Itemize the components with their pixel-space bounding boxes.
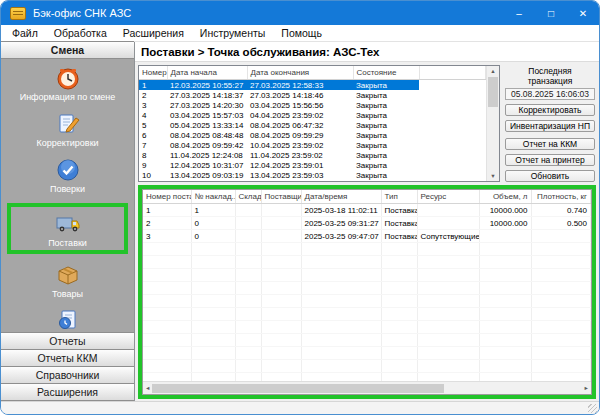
empty-row[interactable] [143, 282, 591, 295]
supply-row[interactable]: 202025-03-25 09:31:27Поставка10000.0000.… [143, 217, 591, 230]
shifts-table: Номер Дата начала Дата окончания Состоян… [138, 65, 500, 182]
minimize-button[interactable]: – [503, 1, 535, 25]
resize-grip[interactable] [588, 404, 597, 413]
sidebar-item-shift-info[interactable]: Информация по смене [1, 64, 134, 102]
scroll-thumb[interactable] [488, 77, 498, 107]
column-header[interactable]: Номер поста... [143, 190, 191, 204]
sidebar: Смена Информация по смене Корректировки [1, 42, 135, 401]
check-circle-icon [54, 156, 81, 183]
menu-tools[interactable]: Инструменты [192, 25, 273, 41]
column-header[interactable]: Объем, л [479, 190, 531, 204]
inventory-np-button[interactable]: Инвентаризация НП [505, 120, 595, 132]
supply-row[interactable]: 112025-03-18 11:02:11Поставка10000.0000.… [143, 204, 591, 217]
page-title: Поставки > Точка обслуживания: АЗС-Тех [135, 42, 599, 62]
highlight-box-supplies-item: Поставки [7, 203, 128, 254]
empty-row[interactable] [143, 269, 591, 282]
notepad-pencil-icon [54, 110, 81, 137]
empty-row[interactable] [143, 295, 591, 308]
title-bar[interactable]: Бэк-офис СНК АЗС – □ ✕ [1, 1, 599, 25]
empty-row[interactable] [143, 373, 591, 382]
sidebar-item-events[interactable]: События [1, 307, 134, 333]
menu-bar: Файл Обработка Расширения Инструменты По… [1, 25, 599, 42]
close-button[interactable]: ✕ [567, 1, 599, 25]
shifts-header-row: Номер Дата начала Дата окончания Состоян… [139, 66, 486, 80]
clock-icon [54, 64, 81, 91]
empty-row[interactable] [143, 243, 591, 256]
horizontal-scrollbar[interactable]: ◄ ► [143, 381, 591, 394]
column-header[interactable]: Склад [235, 190, 261, 204]
app-icon [10, 7, 26, 20]
empty-row[interactable] [143, 360, 591, 373]
shift-row[interactable]: 403.04.2025 15:57:0304.04.2025 23:59:02З… [139, 110, 486, 120]
menu-extensions[interactable]: Расширения [115, 25, 192, 41]
sidebar-item-label: Товары [52, 289, 83, 299]
document-clock-icon [54, 307, 81, 333]
scroll-up-icon[interactable]: ▲ [490, 66, 495, 76]
menu-file[interactable]: Файл [4, 25, 46, 41]
shift-row[interactable]: 912.04.2025 10:31:0712.04.2025 23:59:01З… [139, 160, 486, 170]
correct-button[interactable]: Корректировать [505, 104, 595, 116]
column-header [419, 66, 486, 80]
sidebar-item-corrections[interactable]: Корректировки [1, 110, 134, 148]
scroll-right-icon[interactable]: ► [584, 383, 589, 393]
highlight-box-supplies-table: Номер поста... № наклад... Склад Поставщ… [138, 185, 596, 399]
maximize-button[interactable]: □ [535, 1, 567, 25]
truck-icon [54, 210, 81, 237]
column-header[interactable]: № наклад... [191, 190, 235, 204]
empty-row[interactable] [143, 334, 591, 347]
action-panel: Последняя транзакция 05.08.2025 16:06:03… [504, 65, 596, 182]
sidebar-item-label: Информация по смене [20, 92, 116, 102]
supply-row[interactable]: 302025-03-25 09:47:07ПоставкаСопутствующ… [143, 230, 591, 243]
window-status-bar [1, 401, 599, 414]
sidebar-section-directories[interactable]: Справочники [1, 366, 134, 384]
vertical-scrollbar[interactable]: ▲ ▼ [486, 66, 499, 181]
empty-row[interactable] [143, 308, 591, 321]
sidebar-item-supplies[interactable]: Поставки [11, 210, 124, 248]
box-icon [54, 261, 81, 288]
empty-row[interactable] [143, 321, 591, 334]
menu-help[interactable]: Помощь [273, 25, 330, 41]
sidebar-item-label: Корректировки [36, 138, 98, 148]
shift-row[interactable]: 327.03.2025 14:20:3003.04.2025 15:56:56З… [139, 100, 486, 110]
empty-row[interactable] [143, 256, 591, 269]
column-header[interactable]: Ресурс [417, 190, 479, 204]
scroll-down-icon[interactable]: ▼ [490, 171, 495, 181]
column-header[interactable]: Плотность, кг [531, 190, 591, 204]
supplies-table: Номер поста... № наклад... Склад Поставщ… [142, 189, 592, 395]
sidebar-item-goods[interactable]: Товары [1, 261, 134, 299]
column-header[interactable]: Дата/время [301, 190, 381, 204]
refresh-button[interactable]: Обновить [505, 170, 595, 182]
window-title: Бэк-офис СНК АЗС [33, 7, 131, 19]
sidebar-item-label: Поставки [48, 238, 87, 248]
kkm-report-button[interactable]: Отчет на ККМ [505, 138, 595, 150]
column-header[interactable]: Дата окончания [247, 66, 353, 80]
scroll-left-icon[interactable]: ◄ [145, 383, 150, 393]
app-window: Бэк-офис СНК АЗС – □ ✕ Файл Обработка Ра… [0, 0, 600, 415]
shift-row[interactable]: 708.04.2025 09:59:4210.04.2025 23:59:02З… [139, 140, 486, 150]
shift-row[interactable]: 112.03.2025 10:55:2727.03.2025 12:58:33З… [139, 80, 486, 91]
menu-processing[interactable]: Обработка [46, 25, 115, 41]
sidebar-header-shift[interactable]: Смена [1, 41, 134, 59]
sidebar-section-extensions[interactable]: Расширения [1, 383, 134, 401]
sidebar-items: Информация по смене Корректировки Поверк… [1, 59, 134, 333]
shift-row[interactable]: 608.04.2025 08:48:4808.04.2025 09:59:29З… [139, 130, 486, 140]
sidebar-item-label: Поверки [50, 184, 85, 194]
column-header[interactable]: Дата начала [167, 66, 247, 80]
shift-row[interactable]: 1013.04.2025 09:03:1913.04.2025 23:59:03… [139, 170, 486, 180]
last-transaction-value: 05.08.2025 16:06:03 [505, 88, 595, 100]
empty-row[interactable] [143, 347, 591, 360]
column-header[interactable]: Поставщик [261, 190, 301, 204]
shift-row[interactable]: 811.04.2025 12:24:0811.04.2025 23:59:02З… [139, 150, 486, 160]
sidebar-section-kkm-reports[interactable]: Отчеты ККМ [1, 349, 134, 367]
column-header[interactable]: Номер [139, 66, 167, 80]
sidebar-item-checks[interactable]: Поверки [1, 156, 134, 194]
shift-row[interactable]: 505.04.2025 13:33:1408.04.2025 06:47:32З… [139, 120, 486, 130]
supplies-header-row: Номер поста... № наклад... Склад Поставщ… [143, 190, 591, 204]
column-header[interactable]: Состояние [353, 66, 419, 80]
scroll-thumb[interactable] [152, 384, 444, 393]
printer-report-button[interactable]: Отчет на принтер [505, 154, 595, 166]
shifts-tbody: 112.03.2025 10:55:2727.03.2025 12:58:33З… [139, 80, 486, 181]
sidebar-section-reports[interactable]: Отчеты [1, 332, 134, 350]
shift-row[interactable]: 227.03.2025 14:18:3727.03.2025 14:18:46З… [139, 90, 486, 100]
column-header[interactable]: Тип [381, 190, 417, 204]
